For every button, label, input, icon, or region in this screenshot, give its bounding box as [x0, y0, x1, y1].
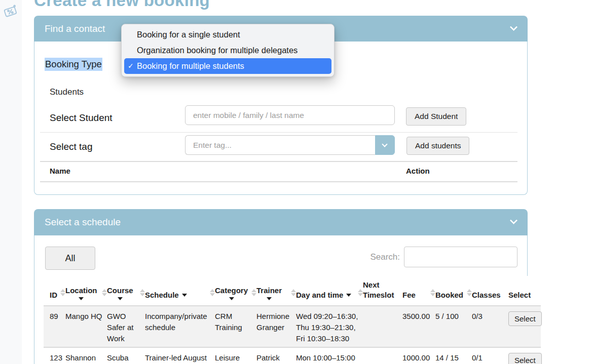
select-schedule-body: All Search: ID Location Co [34, 235, 528, 364]
col-header-day-and-time[interactable]: Day and time [296, 276, 363, 305]
col-header-category[interactable]: Category [215, 276, 256, 305]
select-schedule-header[interactable]: Select a schedule [34, 209, 528, 235]
filter-caret-icon[interactable] [346, 294, 351, 297]
sort-arrows-icon[interactable] [210, 289, 215, 296]
sort-arrows-icon[interactable] [251, 289, 256, 296]
cell-id: 123 [50, 348, 65, 364]
find-contact-header-label: Find a contact [45, 23, 105, 34]
chevron-down-icon[interactable] [510, 23, 518, 31]
select-tag-label: Select tag [50, 141, 93, 152]
sort-arrows-icon[interactable] [291, 289, 296, 296]
cell-day-and-time: Wed 09:20–16:30, Thu 19:30–21:30, Fri 10… [296, 306, 363, 347]
select-schedule-header-label: Select a schedule [45, 217, 121, 228]
add-student-button[interactable]: Add Student [406, 107, 466, 126]
search-bar: Search: [370, 247, 517, 267]
cell-category: CRM Training [215, 306, 256, 347]
cell-schedule: Incompany/private schedule [145, 306, 215, 347]
cell-location: Shannon Leisure [65, 348, 107, 364]
col-label: Trainer [256, 286, 282, 296]
sort-arrows-icon[interactable] [140, 289, 145, 296]
booking-page: Create a new booking Find a contact Book… [0, 0, 593, 364]
sort-arrows-icon[interactable] [102, 289, 107, 296]
filter-caret-icon[interactable] [229, 297, 234, 300]
sort-arrows-icon[interactable] [430, 289, 435, 296]
col-header-location[interactable]: Location [65, 276, 107, 305]
add-students-button[interactable]: Add students [406, 137, 469, 155]
col-header-select: Select [508, 276, 541, 305]
filter-all-button[interactable]: All [45, 247, 95, 270]
cell-booked: 5 / 100 [435, 306, 472, 347]
chevron-down-icon[interactable] [510, 217, 518, 225]
col-label: ID [50, 290, 57, 300]
cell-location: Mango HQ [65, 306, 107, 347]
cell-course: GWO Safer at Work [107, 306, 145, 347]
col-header-trainer[interactable]: Trainer [256, 276, 296, 305]
divider [40, 161, 517, 162]
cell-classes: 0/3 [472, 306, 508, 347]
booking-type-dropdown-menu: Booking for a single student Organizatio… [121, 24, 335, 77]
cell-schedule: Trainer-led August 2023 [145, 348, 215, 364]
dropdown-option-label: Organization booking for multiple delega… [137, 46, 298, 55]
col-label: Course [107, 286, 133, 296]
dropdown-option-multiple-students[interactable]: ✓ Booking for multiple students [124, 58, 331, 74]
col-header-id[interactable]: ID [50, 276, 65, 305]
col-label: Fee [402, 290, 416, 300]
table-row: 123 Shannon Leisure Scuba Diving Trainer… [44, 348, 541, 364]
col-label: Schedule [145, 290, 179, 300]
search-input[interactable] [404, 247, 517, 267]
cell-next-timeslot [363, 306, 402, 347]
table-row: 89 Mango HQ GWO Safer at Work Incompany/… [44, 306, 541, 348]
col-label: Booked [435, 290, 463, 300]
cell-classes: 0/1 [472, 348, 508, 364]
students-label: Students [50, 87, 84, 97]
col-label: Category [215, 286, 248, 296]
checkmark-icon: ✓ [128, 58, 134, 74]
schedule-table: ID Location Course Schedule [44, 276, 541, 364]
select-row-button[interactable]: Select [508, 353, 542, 364]
cell-category: Leisure [215, 348, 256, 364]
cell-next-timeslot [363, 348, 402, 364]
cell-select: Select [508, 306, 541, 347]
col-header-fee[interactable]: Fee [402, 276, 435, 305]
select-row-button[interactable]: Select [508, 311, 542, 326]
col-header-next-timeslot: Next Timeslot [363, 276, 402, 305]
col-header-schedule[interactable]: Schedule [145, 276, 215, 305]
dropdown-option-single-student[interactable]: Booking for a single student [124, 27, 331, 43]
divider [40, 132, 517, 133]
col-label: Location [65, 286, 97, 296]
schedule-table-header-row: ID Location Course Schedule [44, 276, 541, 306]
col-header-classes: Classes [472, 276, 508, 305]
dropdown-option-organization[interactable]: Organization booking for multiple delega… [124, 43, 331, 58]
filter-caret-icon[interactable] [182, 294, 187, 297]
col-header-course[interactable]: Course [107, 276, 145, 305]
chevron-down-icon [382, 141, 387, 147]
student-search-input[interactable] [185, 105, 395, 125]
filter-caret-icon[interactable] [79, 297, 84, 300]
col-label: Day and time [296, 290, 343, 300]
sort-arrows-icon[interactable] [358, 289, 363, 296]
search-label: Search: [370, 252, 400, 262]
cell-day-and-time: Mon 10:00–15:00 [296, 348, 363, 364]
tag-input[interactable] [185, 135, 375, 155]
filter-caret-icon[interactable] [118, 297, 123, 300]
tag-dropdown-button[interactable] [375, 135, 395, 155]
page-title: Create a new booking [34, 0, 210, 10]
cell-trainer: Hermione Granger [256, 306, 296, 347]
discount-ticket-icon[interactable] [3, 4, 18, 21]
select-schedule-panel: Select a schedule All Search: ID Locatio… [34, 209, 528, 364]
col-label: Select [508, 290, 531, 300]
select-student-label: Select Student [50, 112, 113, 124]
filter-caret-icon[interactable] [267, 297, 272, 300]
sort-arrows-icon[interactable] [60, 289, 65, 296]
cell-fee: 1000.00 [402, 348, 435, 364]
col-header-booked[interactable]: Booked [435, 276, 472, 305]
cell-booked: 14 / 15 [435, 348, 472, 364]
booking-type-label: Booking Type [45, 58, 102, 71]
cell-fee: 3500.00 [402, 306, 435, 347]
dropdown-option-label: Booking for multiple students [137, 61, 244, 70]
col-label: Next Timeslot [363, 280, 398, 300]
cell-course: Scuba Diving [107, 348, 145, 364]
sort-arrows-icon[interactable] [467, 289, 472, 296]
name-column-header: Name [50, 167, 70, 175]
cell-id: 89 [50, 306, 65, 347]
